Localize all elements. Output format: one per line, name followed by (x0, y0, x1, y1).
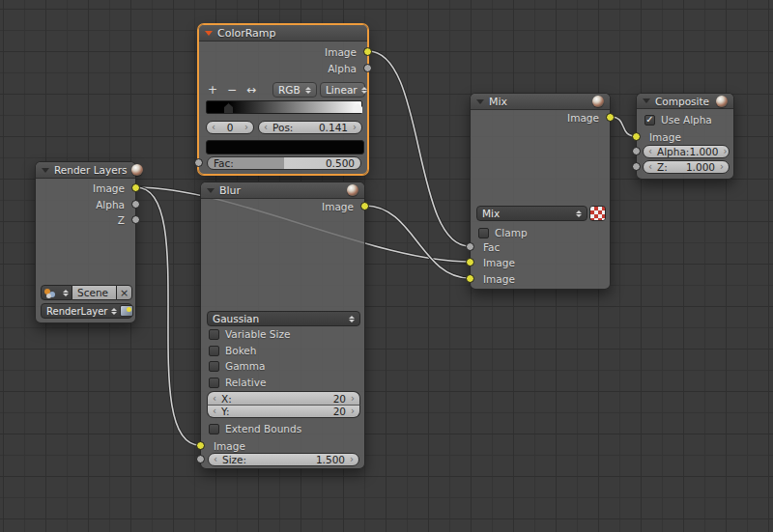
relative-checkbox[interactable] (209, 378, 219, 388)
collapse-arrow-icon[interactable] (205, 31, 213, 36)
material-preview-icon[interactable] (716, 96, 728, 107)
x-value: 20 (333, 393, 349, 405)
output-socket-image[interactable] (360, 202, 369, 210)
alpha-value: 1.000 (689, 146, 721, 157)
input-socket-image[interactable] (632, 132, 641, 141)
stepper-right-arrow-icon[interactable]: › (348, 455, 356, 464)
blend-mode-dropdown[interactable]: Mix (476, 206, 587, 221)
material-preview-icon[interactable] (347, 184, 358, 196)
alpha-stepper[interactable]: ‹ Alpha: 1.000 › (643, 145, 730, 158)
variable-size-label: Variable Size (225, 328, 290, 340)
output-socket-alpha[interactable] (363, 64, 372, 72)
close-icon: × (120, 287, 129, 299)
blur-y-field[interactable]: ‹ Y: 20 › (207, 405, 360, 418)
node-render-layers-header[interactable]: Render Layers (36, 162, 135, 179)
variable-size-checkbox[interactable] (209, 329, 219, 340)
output-label-image: Image (567, 112, 599, 124)
node-colorramp[interactable]: ColorRamp Image Alpha + − ↔ RGB Linear ‹… (198, 24, 368, 175)
extend-bounds-checkbox[interactable] (209, 424, 219, 434)
bokeh-checkbox[interactable] (209, 346, 219, 356)
input-socket-image1[interactable] (466, 258, 474, 266)
scene-unlink-button[interactable]: × (116, 285, 132, 300)
stepper-left-arrow-icon[interactable]: ‹ (262, 123, 270, 132)
input-socket-image[interactable] (196, 441, 205, 450)
node-composite-header[interactable]: Composite (637, 94, 733, 109)
colorramp-stop-handle-selected[interactable] (224, 103, 233, 113)
stepper-left-arrow-icon[interactable]: ‹ (210, 123, 217, 132)
stop-color-swatch[interactable] (206, 140, 364, 154)
input-socket-fac[interactable] (194, 158, 203, 167)
color-mode-value: RGB (278, 84, 301, 96)
gamma-label: Gamma (225, 360, 265, 372)
output-socket-alpha[interactable] (131, 200, 140, 209)
colorramp-gradient-bar[interactable] (206, 100, 362, 114)
scene-browse-button[interactable] (41, 285, 72, 300)
material-preview-icon[interactable] (592, 96, 604, 107)
use-alpha-texture-toggle[interactable] (589, 206, 606, 221)
use-alpha-checkbox[interactable]: ✓ (644, 115, 655, 126)
collapse-arrow-icon[interactable] (476, 99, 484, 104)
output-socket-image[interactable] (131, 183, 140, 192)
node-composite[interactable]: Composite ✓ Use Alpha Image ‹ Alpha: 1.0… (636, 93, 734, 180)
remove-stop-button[interactable]: − (222, 83, 242, 97)
scene-name-field[interactable]: Scene (72, 285, 116, 300)
gamma-checkbox[interactable] (209, 361, 219, 372)
blur-x-field[interactable]: ‹ X: 20 › (207, 391, 360, 405)
interpolation-dropdown[interactable]: Linear (320, 82, 365, 98)
color-mode-dropdown[interactable]: RGB (272, 82, 317, 98)
stepper-left-arrow-icon[interactable]: ‹ (212, 455, 219, 464)
y-value: 20 (333, 406, 349, 417)
pos-value: 0.141 (319, 122, 351, 133)
input-socket-z[interactable] (632, 162, 641, 171)
node-blur[interactable]: Blur Image Gaussian Variable Size Bokeh … (200, 182, 365, 469)
node-editor-canvas[interactable]: ColorRamp Image Alpha + − ↔ RGB Linear ‹… (0, 0, 773, 532)
stepper-left-arrow-icon[interactable]: ‹ (211, 394, 218, 404)
dropdown-arrows-icon (572, 210, 582, 217)
input-socket-image2[interactable] (466, 274, 474, 283)
output-socket-image[interactable] (363, 47, 372, 56)
collapse-arrow-icon[interactable] (42, 168, 49, 173)
input-socket-fac[interactable] (466, 242, 474, 251)
node-mix[interactable]: Mix Image Mix Clamp Fac Image Image (470, 93, 611, 290)
input-socket-alpha[interactable] (632, 147, 641, 155)
stepper-left-arrow-icon[interactable]: ‹ (646, 162, 654, 172)
stepper-left-arrow-icon[interactable]: ‹ (646, 147, 654, 156)
stop-position-stepper[interactable]: ‹ Pos: 0.141 › (258, 121, 362, 134)
size-label: Size: (219, 454, 246, 465)
scene-icon (44, 288, 57, 298)
z-stepper[interactable]: ‹ Z: 1.000 › (643, 160, 730, 174)
node-title: Mix (489, 96, 507, 108)
input-label-image: Image (214, 440, 245, 452)
relative-checkbox-row: Relative (209, 377, 266, 388)
stop-index-stepper[interactable]: ‹ 0 › (206, 121, 254, 134)
interpolation-value: Linear (326, 84, 358, 96)
output-socket-image[interactable] (606, 113, 615, 122)
dropdown-arrows-icon (59, 290, 69, 296)
node-blur-header[interactable]: Blur (201, 182, 364, 199)
stepper-right-arrow-icon[interactable]: › (349, 394, 357, 404)
node-mix-header[interactable]: Mix (471, 94, 610, 110)
stepper-right-arrow-icon[interactable]: › (721, 147, 729, 156)
node-title: Composite (655, 96, 709, 107)
fac-slider[interactable]: Fac: 0.500 (207, 156, 361, 170)
collapse-arrow-icon[interactable] (207, 188, 215, 193)
output-socket-z[interactable] (131, 215, 140, 224)
add-stop-button[interactable]: + (203, 83, 222, 97)
stepper-right-arrow-icon[interactable]: › (243, 123, 250, 132)
render-result-icon (120, 305, 133, 317)
stepper-right-arrow-icon[interactable]: › (349, 406, 357, 416)
flip-ramp-button[interactable]: ↔ (242, 83, 261, 97)
stepper-left-arrow-icon[interactable]: ‹ (211, 406, 218, 416)
render-layer-dropdown[interactable]: RenderLayer (41, 303, 132, 319)
input-socket-size[interactable] (196, 455, 205, 463)
size-slider[interactable]: ‹ Size: 1.500 › (208, 453, 359, 466)
clamp-checkbox[interactable] (478, 228, 489, 238)
filter-type-dropdown[interactable]: Gaussian (207, 311, 360, 326)
stepper-right-arrow-icon[interactable]: › (718, 162, 726, 172)
node-render-layers[interactable]: Render Layers Image Alpha Z Scene × (35, 161, 136, 323)
colorramp-stop-handle-end[interactable] (354, 103, 362, 113)
node-colorramp-header[interactable]: ColorRamp (199, 25, 367, 42)
stepper-right-arrow-icon[interactable]: › (351, 123, 358, 132)
collapse-arrow-icon[interactable] (643, 98, 650, 103)
wire-colorramp-image-to-mix-fac (368, 51, 470, 246)
